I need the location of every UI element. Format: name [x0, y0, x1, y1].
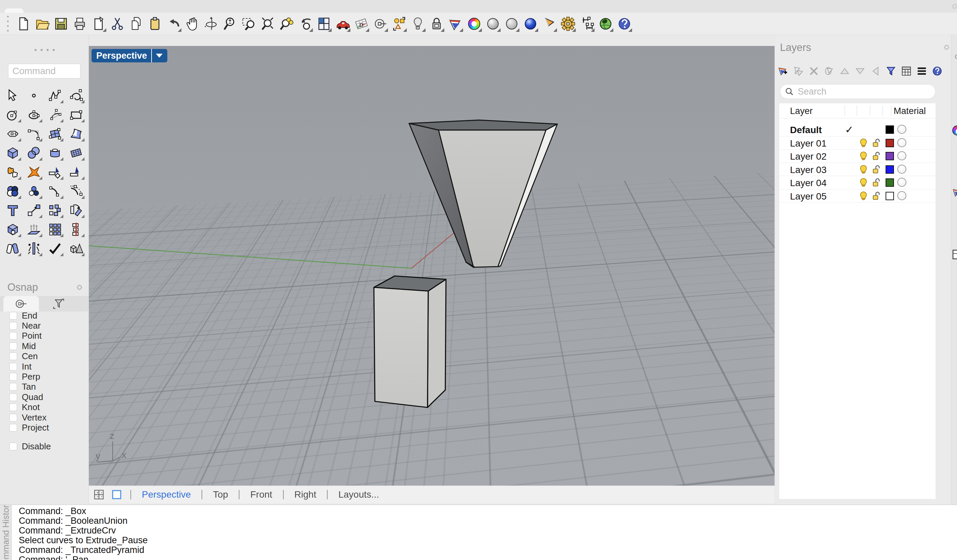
layer-lock-icon[interactable] [872, 151, 881, 161]
boolean-difference-icon[interactable] [23, 181, 44, 200]
delete-layer-icon[interactable] [808, 65, 820, 78]
ellipse-icon[interactable] [23, 105, 44, 124]
wireframe-viewport-icon[interactable] [504, 15, 520, 33]
boolean-spheres-icon[interactable] [23, 143, 44, 162]
truncated-pyramid-object[interactable] [409, 120, 557, 267]
curve-icon[interactable] [65, 86, 87, 105]
display-tab-icon[interactable] [952, 249, 957, 260]
dimension-icon[interactable] [579, 15, 595, 33]
layer-row[interactable]: Layer 04 ✓ [779, 176, 935, 189]
menu-item[interactable] [117, 8, 131, 13]
rotate-view-icon[interactable] [203, 15, 219, 33]
orient-objects-icon[interactable] [23, 239, 44, 258]
new-sublayer-icon[interactable] [793, 65, 804, 78]
box-object[interactable] [374, 276, 446, 407]
menu-item[interactable] [198, 8, 211, 13]
layer-material-circle[interactable] [897, 138, 906, 147]
edit-layers-icon[interactable] [447, 15, 463, 33]
layer-name[interactable]: Default [790, 125, 822, 136]
command-history-strip[interactable]: Command History [0, 505, 12, 560]
osnap-option-row[interactable]: Quad [0, 392, 89, 402]
undo-view-icon[interactable] [297, 15, 313, 33]
primitives-icon[interactable] [65, 239, 87, 258]
layer-visibility-bulb-icon[interactable] [859, 191, 868, 200]
osnap-option-row[interactable]: End [0, 311, 89, 320]
fillet-corner-icon[interactable] [44, 181, 65, 200]
new-document-icon[interactable] [16, 15, 32, 33]
web-browser-globe-icon[interactable] [597, 15, 614, 33]
osnap-option-row[interactable]: Knot [0, 402, 89, 412]
osnap-disable-row[interactable]: Disable [0, 441, 89, 451]
surface-from-points-icon[interactable] [44, 124, 65, 143]
osnap-snaps-tab[interactable] [3, 296, 39, 312]
layer-color-swatch[interactable] [886, 139, 894, 147]
text-icon[interactable] [2, 200, 23, 220]
command-input[interactable] [8, 64, 81, 79]
pan-hand-icon[interactable] [185, 15, 201, 33]
checkbox[interactable] [9, 393, 17, 401]
layer-name[interactable]: Layer 02 [790, 151, 827, 162]
blend-curve-icon[interactable] [65, 181, 87, 200]
layers-tab-icon[interactable] [952, 188, 957, 197]
layer-name[interactable]: Layer 03 [790, 165, 827, 175]
layer-material-circle[interactable] [897, 125, 906, 134]
spotlight-icon[interactable] [541, 15, 557, 33]
layers-gear-icon[interactable] [941, 42, 952, 52]
menu-item[interactable] [104, 8, 117, 13]
rendered-viewport-icon[interactable] [523, 15, 539, 33]
osnap-option-row[interactable]: Cen [0, 352, 89, 361]
menu-item[interactable] [37, 8, 50, 13]
osnap-option-row[interactable]: Perp [0, 372, 89, 382]
move-up-icon[interactable] [839, 65, 850, 78]
solid-edit-icon[interactable] [2, 220, 23, 239]
layer-visibility-bulb-icon[interactable] [859, 138, 868, 148]
perspective-viewport[interactable]: z y x Perspective [89, 46, 775, 486]
osnap-gear-icon[interactable] [74, 282, 85, 292]
layer-help-icon[interactable] [932, 65, 943, 78]
properties-color-wheel-icon[interactable] [952, 125, 957, 136]
layer-row[interactable]: Layer 05 ✓ [779, 189, 935, 203]
cplane-icon[interactable] [354, 15, 370, 33]
polygon-icon[interactable] [2, 124, 23, 143]
split-icon[interactable] [65, 162, 87, 181]
menu-item[interactable] [144, 8, 158, 13]
osnap-filter-tab[interactable] [44, 296, 74, 312]
zoom-selected-icon[interactable] [278, 15, 294, 33]
menu-item[interactable] [64, 8, 77, 13]
layer-row[interactable]: Layer 01 ✓ [779, 136, 935, 150]
osnap-option-row[interactable]: Vertex [0, 412, 89, 423]
checkbox[interactable] [9, 404, 17, 411]
layer-color-swatch[interactable] [886, 178, 894, 187]
menu-item[interactable] [171, 8, 185, 13]
checkbox[interactable] [9, 352, 17, 360]
revolved-surface-icon[interactable] [44, 143, 65, 162]
cut-icon[interactable] [109, 15, 125, 33]
move-icon[interactable] [23, 200, 44, 220]
layer-color-swatch[interactable] [886, 192, 894, 200]
checkbox[interactable] [9, 363, 17, 371]
osnap-option-row[interactable]: Point [0, 331, 89, 341]
select-arrow-icon[interactable] [2, 86, 23, 105]
layer-lock-icon[interactable] [872, 178, 881, 187]
osnap-option-row[interactable]: Tan [0, 382, 89, 392]
point-icon[interactable] [23, 86, 44, 105]
checkbox[interactable] [9, 414, 17, 421]
move-down-icon[interactable] [854, 65, 866, 78]
new-layer-icon[interactable] [777, 65, 789, 78]
menu-item[interactable] [158, 8, 171, 13]
viewport-layout-icon[interactable] [316, 15, 332, 33]
hide-objects-icon[interactable] [372, 15, 388, 33]
layer-color-swatch[interactable] [886, 125, 894, 134]
menu-item[interactable] [211, 8, 225, 13]
checkbox[interactable] [9, 424, 17, 432]
mesh-surface-icon[interactable] [65, 143, 87, 162]
boolean-union-icon[interactable] [2, 181, 23, 200]
copy-icon[interactable] [128, 15, 144, 33]
material-column-header[interactable]: Material [894, 106, 926, 116]
layer-lock-icon[interactable] [872, 138, 881, 148]
layer-visibility-bulb-icon[interactable] [859, 178, 868, 187]
options-gear-icon[interactable] [560, 15, 576, 33]
box-icon[interactable] [2, 143, 23, 162]
layer-name[interactable]: Layer 04 [790, 178, 827, 188]
layers-search-input[interactable] [797, 86, 926, 97]
